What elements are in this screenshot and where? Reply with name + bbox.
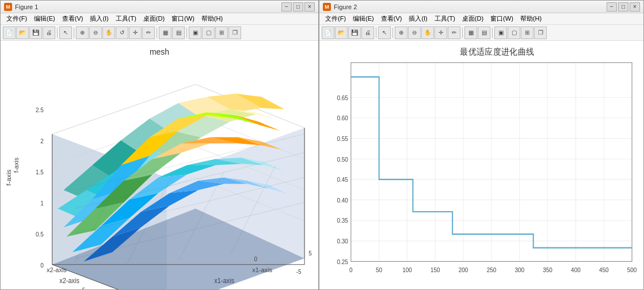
figure2-menu-insert[interactable]: 插入(I) — [405, 14, 430, 24]
figure1-menubar: 文件(F) 编辑(E) 查看(V) 插入(I) 工具(T) 桌面(D) 窗口(W… — [1, 13, 318, 25]
fig1-legend-btn[interactable]: ▤ — [172, 26, 185, 39]
fig1-new-btn[interactable]: 📄 — [3, 26, 16, 39]
fig2-print-btn[interactable]: 🖨 — [361, 26, 374, 39]
fig2-cursor-btn[interactable]: ↖ — [378, 26, 391, 39]
figure2-controls: − □ × — [607, 2, 640, 12]
xtick-100: 100 — [402, 266, 412, 273]
figure1-toolbar: 📄 📂 💾 🖨 ↖ ⊕ ⊖ ✋ ↺ ✛ ✏ ▦ ▤ ▣ ▢ ⊞ ❐ — [1, 25, 318, 41]
fig2-legend-btn[interactable]: ▤ — [478, 26, 490, 39]
xtick-0: 0 — [349, 266, 353, 273]
ytick-065: 0.65 — [337, 94, 348, 101]
figure2-menu-window[interactable]: 窗口(W) — [487, 14, 517, 24]
fig2-new-btn[interactable]: 📄 — [322, 26, 334, 39]
figure2-svg: 最优适应度进化曲线 — [319, 41, 643, 289]
y-tick-1: 1 — [40, 200, 44, 207]
y-tick-0: 0 — [40, 262, 44, 269]
figure1-icon: M — [4, 3, 12, 11]
figure1-titlebar: M Figure 1 − □ × — [1, 1, 318, 13]
fig2-datacursor-btn[interactable]: ✛ — [435, 26, 447, 39]
fig1-datacursor-btn[interactable]: ✛ — [129, 26, 142, 39]
figure1-close-btn[interactable]: × — [304, 2, 315, 12]
figure2-maximize-btn[interactable]: □ — [618, 2, 628, 12]
fig1-sep3 — [157, 28, 157, 38]
fig2-save-btn[interactable]: 💾 — [348, 26, 361, 39]
y-tick-25: 2.5 — [36, 107, 44, 113]
xtick-50: 50 — [376, 266, 382, 273]
figure2-title: Figure 2 — [334, 3, 607, 10]
figure1-menu-tools[interactable]: 工具(T) — [112, 14, 140, 24]
x1-tick-0: 0 — [254, 256, 258, 262]
fig2-hide-btn[interactable]: ▢ — [508, 26, 520, 39]
figure1-minimize-btn[interactable]: − — [281, 2, 292, 12]
fig2-sep4 — [492, 28, 493, 38]
figure2-close-btn[interactable]: × — [630, 2, 640, 12]
ytick-030: 0.30 — [337, 238, 348, 245]
fig1-brush-btn[interactable]: ✏ — [142, 26, 155, 39]
figure2-titlebar: M Figure 2 − □ × — [319, 1, 643, 13]
ytick-055: 0.55 — [337, 136, 348, 142]
figure2-menu-help[interactable]: 帮助(H) — [517, 14, 545, 24]
figure2-menu-file[interactable]: 文件(F) — [322, 14, 349, 24]
fig2-open-btn[interactable]: 📂 — [335, 26, 348, 39]
ytick-035: 0.35 — [337, 217, 348, 224]
figure2-icon: M — [323, 3, 331, 11]
figure2-menu-desktop[interactable]: 桌面(D) — [459, 14, 487, 24]
fig2-tile-btn[interactable]: ⊞ — [521, 26, 534, 39]
fig1-sep1 — [57, 28, 58, 38]
figure2-window: M Figure 2 − □ × 文件(F) 编辑(E) 查看(V) 插入(I)… — [319, 0, 644, 290]
fig1-show-btn[interactable]: ▣ — [189, 26, 201, 39]
figure2-menu-tools[interactable]: 工具(T) — [431, 14, 459, 24]
figure2-plot-title: 最优适应度进化曲线 — [460, 47, 534, 56]
figure1-menu-edit[interactable]: 编辑(E) — [31, 14, 59, 24]
ytick-060: 0.60 — [337, 115, 348, 121]
fig1-sep2 — [74, 28, 74, 38]
figure1-svg: mesh f-axis x2-axis x1-axis — [1, 41, 318, 289]
xtick-200: 200 — [459, 266, 468, 273]
fig1-open-btn[interactable]: 📂 — [16, 26, 29, 39]
figure1-menu-window[interactable]: 窗口(W) — [168, 14, 198, 24]
fig2-sep2 — [393, 28, 393, 38]
fig2-sep1 — [376, 28, 376, 38]
fig1-zoomout-btn[interactable]: ⊖ — [89, 26, 102, 39]
figure2-menu-edit[interactable]: 编辑(E) — [349, 14, 378, 24]
ytick-045: 0.45 — [337, 177, 348, 183]
fig2-zoomin-btn[interactable]: ⊕ — [395, 26, 407, 39]
faxis-overlay-label: f-axis — [13, 158, 20, 173]
fig2-colorbar-btn[interactable]: ▦ — [464, 26, 477, 39]
x1-tick-neg5: -5 — [296, 269, 302, 275]
xtick-250: 250 — [487, 266, 497, 273]
fig2-zoomout-btn[interactable]: ⊖ — [408, 26, 421, 39]
fig1-rotate-btn[interactable]: ↺ — [116, 26, 128, 39]
figure2-plot-area: 最优适应度进化曲线 — [319, 41, 643, 289]
xtick-450: 450 — [599, 266, 609, 273]
fig1-zoomin-btn[interactable]: ⊕ — [76, 26, 89, 39]
xtick-300: 300 — [515, 266, 524, 273]
figure1-plot-area: mesh f-axis x2-axis x1-axis — [1, 41, 318, 289]
fig2-cascade-btn[interactable]: ❐ — [534, 26, 547, 39]
figure1-menu-help[interactable]: 帮助(H) — [198, 14, 226, 24]
figure1-menu-insert[interactable]: 插入(I) — [86, 14, 112, 24]
fig1-tile-btn[interactable]: ⊞ — [215, 26, 228, 39]
figure1-maximize-btn[interactable]: □ — [293, 2, 303, 12]
x1axis-overlay-label: x1-axis — [252, 266, 272, 273]
fig1-cascade-btn[interactable]: ❐ — [228, 26, 241, 39]
fig2-brush-btn[interactable]: ✏ — [448, 26, 460, 39]
fig1-pan-btn[interactable]: ✋ — [102, 26, 115, 39]
y-tick-15: 1.5 — [36, 169, 44, 175]
figure2-minimize-btn[interactable]: − — [607, 2, 617, 12]
figure1-menu-desktop[interactable]: 桌面(D) — [140, 14, 168, 24]
figure2-menu-view[interactable]: 查看(V) — [378, 14, 406, 24]
fig1-hide-btn[interactable]: ▢ — [202, 26, 215, 39]
figure2-menubar: 文件(F) 编辑(E) 查看(V) 插入(I) 工具(T) 桌面(D) 窗口(W… — [319, 13, 643, 25]
xtick-400: 400 — [571, 266, 581, 273]
ytick-050: 0.50 — [337, 156, 348, 162]
fig1-print-btn[interactable]: 🖨 — [43, 26, 55, 39]
xtick-500: 500 — [627, 266, 637, 273]
fig1-colorbar-btn[interactable]: ▦ — [159, 26, 172, 39]
fig1-cursor-btn[interactable]: ↖ — [59, 26, 72, 39]
fig2-pan-btn[interactable]: ✋ — [421, 26, 434, 39]
figure1-menu-file[interactable]: 文件(F) — [3, 14, 31, 24]
figure1-menu-view[interactable]: 查看(V) — [59, 14, 87, 24]
fig1-save-btn[interactable]: 💾 — [29, 26, 42, 39]
fig2-show-btn[interactable]: ▣ — [494, 26, 507, 39]
